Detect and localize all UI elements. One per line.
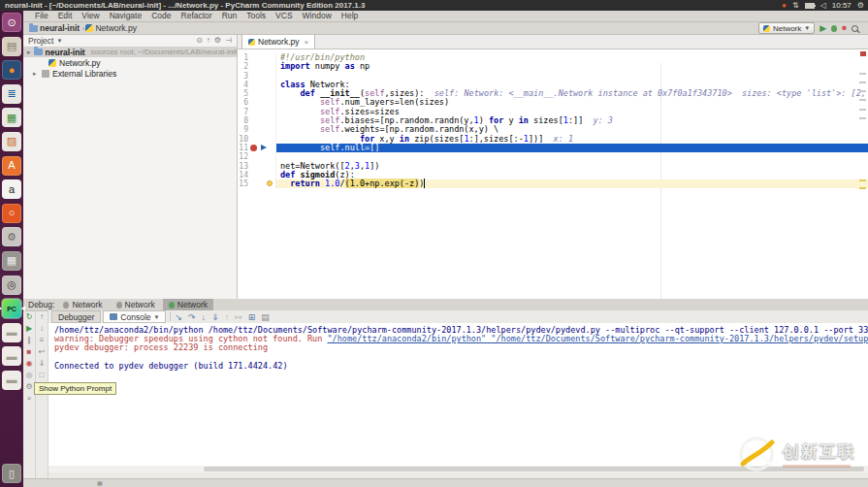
stripe-mark <box>859 109 866 111</box>
firefox-icon[interactable]: ● <box>2 60 21 80</box>
soft-wrap-icon[interactable]: ↩ <box>39 348 46 356</box>
tab-console[interactable]: Console▼ <box>103 310 166 323</box>
menu-file[interactable]: File <box>30 11 53 21</box>
breakpoint-icon[interactable] <box>250 145 257 151</box>
run-configuration-select[interactable]: Network ▼ <box>758 22 815 34</box>
menu-navigate[interactable]: Navigate <box>105 11 147 21</box>
libreoffice-calc-icon[interactable]: ▦ <box>2 108 21 127</box>
close-icon[interactable]: × <box>27 395 32 403</box>
clear-console-icon[interactable]: □ <box>40 372 45 379</box>
tab-debugger[interactable]: Debugger <box>51 310 101 323</box>
code-segment: y <box>503 115 518 125</box>
gutter-cell <box>248 108 276 116</box>
session-indicator-icon[interactable]: ⚙ <box>857 0 864 11</box>
mute-breakpoints-icon[interactable]: ◎ <box>26 372 33 379</box>
resume-icon[interactable]: ▶ <box>26 325 32 333</box>
console-up-icon[interactable]: ↑ <box>40 313 44 321</box>
menu-run[interactable]: Run <box>217 11 242 21</box>
debug-session-tab[interactable]: Network <box>111 299 161 310</box>
tree-item-file[interactable]: Network.py <box>23 57 237 68</box>
chevron-right-icon[interactable]: ▸ <box>33 70 39 78</box>
chevron-down-icon: ▼ <box>154 314 160 320</box>
drive-icon[interactable]: ▬ <box>2 346 21 366</box>
menu-refactor[interactable]: Refactor <box>177 11 217 21</box>
code-segment <box>424 179 425 188</box>
debug-session-tab[interactable]: Network <box>57 299 108 310</box>
drive-icon[interactable]: ▬ <box>2 371 21 390</box>
amazon-icon[interactable]: a <box>2 179 21 199</box>
drive-icon[interactable]: ▬ <box>2 323 21 342</box>
chevron-right-icon[interactable]: ▸ <box>27 49 31 56</box>
close-icon[interactable]: × <box>305 38 309 47</box>
error-stripe[interactable] <box>857 49 868 299</box>
intention-bulb-icon[interactable] <box>267 180 273 186</box>
show-execution-point-icon[interactable]: ↘ <box>175 312 182 322</box>
code-area[interactable]: 1#!/usr/bin/python2import numpy as np34c… <box>238 49 868 299</box>
menu-view[interactable]: View <box>77 11 104 21</box>
step-over-icon[interactable]: ↷ <box>188 312 196 322</box>
screenshot-icon[interactable]: ◎ <box>2 276 21 295</box>
network-indicator-icon[interactable]: ⇅ <box>792 0 799 11</box>
rerun-icon[interactable]: ↻ <box>26 313 33 321</box>
menu-window[interactable]: Window <box>298 11 337 21</box>
tree-item-root[interactable]: ▸ neural-init sources root, ~/Documents/… <box>23 47 237 57</box>
search-icon[interactable] <box>852 25 858 32</box>
python-prompt-icon[interactable]: ≡ <box>40 337 45 344</box>
status-bar: ▦ <box>23 478 868 487</box>
breadcrumb-file[interactable]: Network.py <box>95 23 137 33</box>
folder-icon <box>34 49 43 55</box>
code-segment: zip(sizes[ <box>409 134 464 144</box>
breadcrumb-project[interactable]: neural-init <box>40 23 80 33</box>
step-into-icon[interactable]: ↓ <box>202 312 207 322</box>
settings-icon[interactable]: ⚙ <box>214 36 221 45</box>
settings-icon[interactable]: ⚙ <box>25 383 32 391</box>
volume-indicator-icon[interactable]: ◁ <box>820 0 826 11</box>
console-link[interactable]: "/home/ttz/anaconda2/bin/python" "/home/… <box>327 334 868 343</box>
collapse-all-icon[interactable]: ↑ <box>207 36 210 45</box>
libreoffice-writer-icon[interactable]: ≣ <box>2 84 21 104</box>
menu-tools[interactable]: Tools <box>241 11 271 21</box>
project-tree: ▸ neural-init sources root, ~/Documents/… <box>23 47 237 79</box>
editor-tab[interactable]: Network.py × <box>241 34 315 49</box>
ubuntu-software-icon[interactable]: A <box>2 156 21 176</box>
view-breakpoints-icon[interactable]: ◉ <box>26 360 33 368</box>
stop-button[interactable]: ■ <box>842 23 847 33</box>
menu-vcs[interactable]: VCS <box>271 11 297 21</box>
line-number: 13 <box>238 162 248 171</box>
menu-edit[interactable]: Edit <box>53 11 78 21</box>
restore-layout-icon[interactable]: ▤ <box>261 312 270 322</box>
menu-help[interactable]: Help <box>337 11 363 21</box>
tree-item-external-libraries[interactable]: ▸ External Libraries <box>23 68 237 79</box>
messages-indicator-icon[interactable]: ● <box>782 0 787 11</box>
libreoffice-impress-icon[interactable]: ▨ <box>2 132 21 151</box>
run-to-cursor-icon[interactable]: ↦ <box>235 312 242 322</box>
hide-panel-icon[interactable]: ⊣ <box>225 36 232 45</box>
evaluate-expression-icon[interactable]: ⊞ <box>248 312 256 322</box>
scroll-end-icon[interactable]: ⇓ <box>39 360 46 368</box>
pycharm-icon[interactable]: PC <box>2 299 21 318</box>
debug-button[interactable] <box>831 25 837 32</box>
pause-icon[interactable]: ∥ <box>27 337 31 344</box>
console-text: Connected to pydev debugger (build 171.4… <box>54 361 288 371</box>
stop-icon[interactable]: ■ <box>27 348 32 356</box>
files-icon[interactable]: ▤ <box>2 37 21 56</box>
gutter-cell <box>248 98 276 107</box>
clock[interactable]: 10:57 <box>832 1 852 10</box>
locate-icon[interactable]: ⊙ <box>196 36 203 45</box>
menu-code[interactable]: Code <box>146 11 176 21</box>
project-root-name: neural-init <box>46 48 85 57</box>
debug-session-tab[interactable]: Network <box>163 299 213 310</box>
trash-icon[interactable]: ▯ <box>2 464 21 483</box>
system-settings-icon[interactable]: ⚙ <box>2 227 21 246</box>
battery-indicator-icon[interactable] <box>805 3 815 9</box>
toolwindow-switcher-icon[interactable]: ▦ <box>97 480 103 486</box>
calculator-icon[interactable]: ▦ <box>2 251 21 271</box>
ubuntu-dash-icon[interactable]: ⊙ <box>2 13 21 32</box>
console-down-icon[interactable]: ↓ <box>40 325 44 333</box>
run-button[interactable]: ▶ <box>820 23 826 33</box>
step-into-my-code-icon[interactable]: ⇓ <box>211 312 219 322</box>
chevron-down-icon[interactable]: ▼ <box>56 38 62 44</box>
step-out-icon[interactable]: ↑ <box>225 312 230 322</box>
code-segment: np <box>355 61 370 71</box>
orange-app-icon[interactable]: ○ <box>2 204 21 223</box>
